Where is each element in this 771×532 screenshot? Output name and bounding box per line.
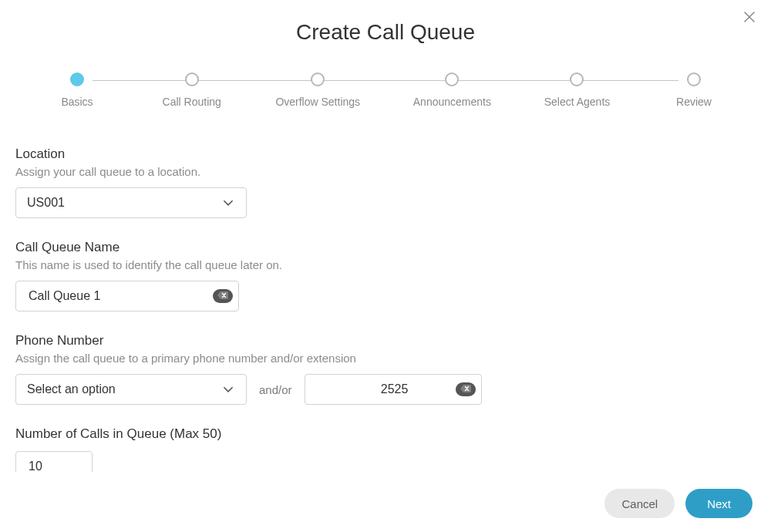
location-label: Location [15,146,748,162]
phone-number-field-group: Phone Number Assign the call queue to a … [15,333,748,405]
step-call-routing[interactable]: Call Routing [161,72,223,108]
step-circle-icon [311,72,325,86]
wizard-stepper: Basics Call Routing Overflow Settings An… [46,72,725,108]
max-calls-label: Number of Calls in Queue (Max 50) [15,426,748,442]
step-label: Overflow Settings [275,96,360,108]
max-calls-field-group: Number of Calls in Queue (Max 50) [15,426,748,472]
phone-number-select-value: Select an option [27,382,221,396]
max-calls-text[interactable] [27,459,184,472]
clear-queue-name-button[interactable] [213,289,233,303]
step-label: Basics [61,96,93,108]
and-or-text: and/or [259,383,292,396]
queue-name-field-group: Call Queue Name This name is used to ide… [15,240,748,311]
create-call-queue-modal: Create Call Queue Basics Call Routing Ov… [0,0,771,532]
step-label: Review [676,96,712,108]
step-label: Select Agents [544,96,611,108]
step-announcements[interactable]: Announcements [413,72,491,108]
step-overflow-settings[interactable]: Overflow Settings [275,72,360,108]
step-review[interactable]: Review [663,72,725,108]
step-label: Announcements [413,96,491,108]
location-select[interactable]: US001 [15,187,247,218]
step-circle-icon [185,72,199,86]
cancel-button[interactable]: Cancel [604,489,675,518]
location-select-value: US001 [27,196,221,210]
max-calls-input[interactable] [15,451,93,472]
clear-extension-button[interactable] [456,382,476,396]
step-circle-icon [687,72,701,86]
chevron-down-icon [221,382,235,396]
clear-tag-icon [460,382,471,396]
queue-name-input[interactable] [15,281,239,311]
phone-number-label: Phone Number [15,333,748,348]
extension-text[interactable] [316,382,473,397]
location-field-group: Location Assign your call queue to a loc… [15,146,748,218]
close-button[interactable] [740,9,759,28]
step-select-agents[interactable]: Select Agents [544,72,611,108]
queue-name-label: Call Queue Name [15,240,748,255]
step-circle-icon [570,72,584,86]
step-circle-icon [445,72,459,86]
step-circle-icon [70,72,84,86]
next-button[interactable]: Next [685,489,752,518]
queue-name-text[interactable] [27,288,227,304]
step-label: Call Routing [163,96,221,108]
chevron-down-icon [221,196,235,210]
close-icon [743,11,756,26]
phone-number-description: Assign the call queue to a primary phone… [15,352,748,365]
form-scroll-area[interactable]: Location Assign your call queue to a loc… [15,146,763,472]
queue-name-description: This name is used to identify the call q… [15,258,748,271]
modal-title: Create Call Queue [0,0,771,45]
phone-number-select[interactable]: Select an option [15,374,247,405]
location-description: Assign your call queue to a location. [15,165,748,178]
footer-buttons: Cancel Next [604,489,752,518]
step-basics[interactable]: Basics [46,72,108,108]
clear-tag-icon [217,289,228,303]
